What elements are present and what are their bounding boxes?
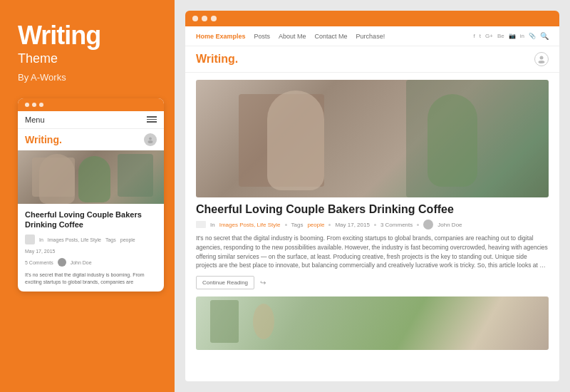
person-figure-right <box>428 94 477 187</box>
second-article-preview <box>196 296 549 350</box>
meta-tags: people <box>307 222 324 228</box>
person-figure-left <box>267 91 324 190</box>
gplus-icon[interactable]: G+ <box>485 33 493 39</box>
linkedin-icon[interactable]: in <box>520 33 524 39</box>
article-title: Cheerful Loving Couple Bakers Drinking C… <box>196 203 549 216</box>
mobile-menu-bar: Menu <box>18 111 164 129</box>
facebook-icon[interactable]: f <box>474 33 475 39</box>
mobile-author-avatar <box>58 258 66 267</box>
meta-separator-1 <box>285 224 287 226</box>
mobile-post-meta: In Images Posts, Life Style Tags people … <box>18 232 164 256</box>
nav-posts[interactable]: Posts <box>254 33 271 40</box>
mobile-meta-category-icon <box>25 234 35 244</box>
article-meta: In Images Posts, Life Style Tags people … <box>196 220 549 229</box>
desktop-preview: Home Examples Posts About Me Contact Me … <box>185 26 559 381</box>
mobile-menu-label: Menu <box>25 115 45 124</box>
nav-links: Home Examples Posts About Me Contact Me … <box>196 33 385 40</box>
browser-dot-r2 <box>202 16 207 21</box>
continue-reading-button[interactable]: Continue Reading <box>196 276 254 289</box>
meta-date: May 17, 2015 <box>335 222 369 228</box>
right-panel: Home Examples Posts About Me Contact Me … <box>175 0 570 392</box>
mobile-meta-comments: 5 Comments <box>25 260 53 265</box>
browser-dot-2 <box>32 103 36 107</box>
mobile-post-comments-meta: 5 Comments John Doe <box>18 256 164 269</box>
desktop-header: Writing. <box>185 46 559 73</box>
mobile-hero-image <box>18 150 164 204</box>
nav-about[interactable]: About Me <box>279 33 306 40</box>
svg-point-1 <box>148 140 153 143</box>
meta-comments: 3 Comments <box>380 222 413 228</box>
mobile-meta-categories: Images Posts, Life Style <box>48 237 101 242</box>
meta-tags-label: Tags <box>291 222 304 228</box>
theme-by: By A-Works <box>18 72 160 83</box>
browser-dot-r1 <box>192 16 198 21</box>
svg-point-0 <box>149 137 152 140</box>
meta-separator-3 <box>374 224 376 226</box>
theme-subtitle: Theme <box>18 51 160 66</box>
mobile-top-bar <box>18 98 164 111</box>
browser-dot-r3 <box>211 16 217 21</box>
browser-dot-3 <box>39 103 43 107</box>
mobile-excerpt: It's no secret that the digital industry… <box>18 269 164 292</box>
mobile-meta-date: May 17, 2015 <box>25 249 55 254</box>
mobile-brand: Writing. <box>18 129 164 150</box>
theme-title: Writing <box>18 21 160 50</box>
meta-author: John Doe <box>437 222 462 228</box>
browser-chrome <box>185 11 559 26</box>
rss-icon[interactable]: 📎 <box>529 33 536 39</box>
hamburger-icon[interactable] <box>147 116 157 123</box>
left-panel: Writing Theme By A-Works Menu Writing. <box>0 0 175 392</box>
mobile-preview: Menu Writing. Cheerful Loving Couple Bak… <box>18 98 164 292</box>
article-footer: Continue Reading ↪ <box>196 276 549 289</box>
behance-icon[interactable]: Be <box>497 33 504 39</box>
nav-social: f t G+ Be 📷 in 📎 🔍 <box>474 32 549 40</box>
meta-in: In <box>210 222 215 228</box>
mobile-meta-tags-val: people <box>120 237 135 242</box>
desktop-brand: Writing. <box>196 53 238 66</box>
mobile-meta-tags: Tags <box>105 237 116 242</box>
desktop-nav: Home Examples Posts About Me Contact Me … <box>185 26 559 46</box>
desktop-content: Cheerful Loving Couple Bakers Drinking C… <box>185 73 559 381</box>
meta-separator-2 <box>328 224 331 226</box>
nav-purchase[interactable]: Purchase! <box>356 33 385 40</box>
search-icon[interactable]: 🔍 <box>540 32 549 40</box>
mobile-post-title: Cheerful Loving Couple Bakers Drinking C… <box>18 204 164 233</box>
mobile-meta-in: In <box>39 237 43 242</box>
mobile-author-name: John Doe <box>71 260 92 265</box>
meta-separator-4 <box>417 224 419 226</box>
twitter-icon[interactable]: t <box>480 33 481 39</box>
svg-point-2 <box>540 56 544 60</box>
mobile-avatar <box>144 133 157 146</box>
mobile-brand-name: Writing. <box>25 134 62 145</box>
meta-category-icon <box>196 221 206 228</box>
nav-contact[interactable]: Contact Me <box>315 33 348 40</box>
instagram-icon[interactable]: 📷 <box>509 33 516 39</box>
meta-author-avatar <box>423 220 433 229</box>
main-article: Cheerful Loving Couple Bakers Drinking C… <box>196 80 549 289</box>
share-icon[interactable]: ↪ <box>260 279 266 287</box>
meta-categories: Images Posts, Life Style <box>219 222 281 228</box>
browser-dot-1 <box>25 103 29 107</box>
desktop-user-icon[interactable] <box>534 52 549 66</box>
article-hero-image <box>196 80 549 197</box>
nav-home[interactable]: Home Examples <box>196 33 246 40</box>
article-excerpt: It's no secret that the digital industry… <box>196 234 549 270</box>
svg-point-3 <box>539 61 545 63</box>
